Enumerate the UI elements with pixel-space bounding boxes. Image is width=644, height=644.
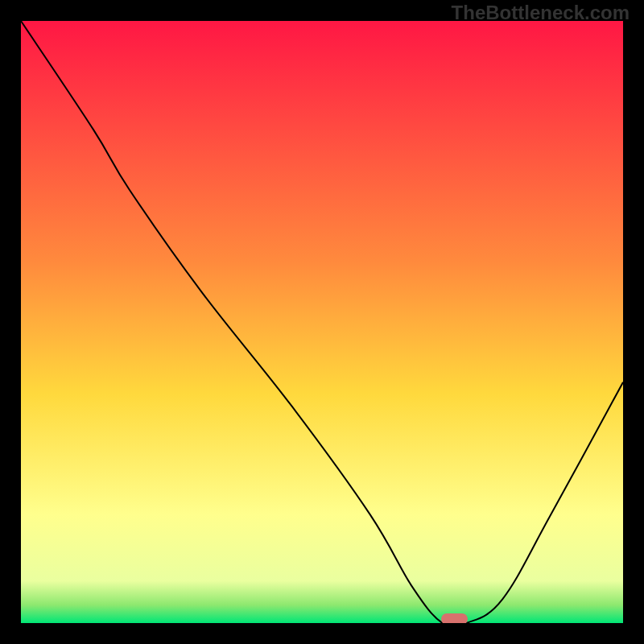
watermark-text: TheBottleneck.com: [452, 2, 630, 24]
curve-layer: [21, 21, 623, 623]
bottleneck-curve: [21, 21, 623, 623]
plot-area: [21, 21, 623, 623]
bottleneck-marker: [441, 613, 469, 623]
plot-frame: [14, 14, 630, 630]
